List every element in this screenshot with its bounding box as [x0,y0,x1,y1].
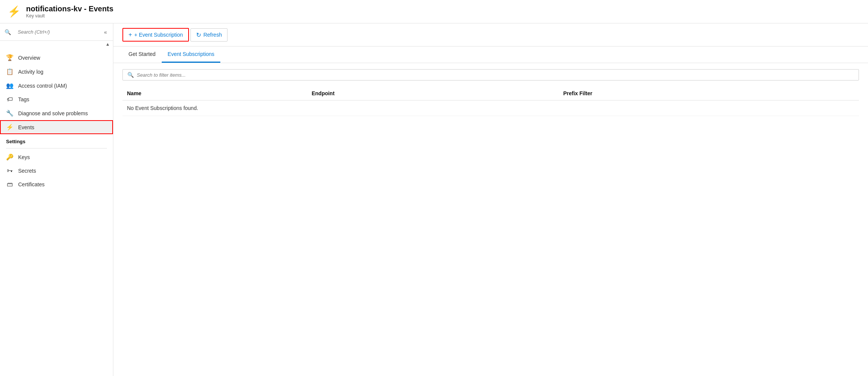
refresh-label: Refresh [203,32,222,38]
overview-icon: 🏆 [6,54,14,61]
sidebar-search-container: 🔍 « [0,23,113,41]
plus-icon: + [128,31,132,38]
header-text: notifications-kv - Events Key vault [26,5,113,19]
sidebar-item-diagnose[interactable]: 🔧 Diagnose and solve problems [0,106,113,120]
sidebar-item-events[interactable]: ⚡ Events [0,120,113,134]
certificates-icon: 🗃 [6,181,14,188]
filter-search-container: 🔍 [122,69,859,80]
keys-icon: 🔑 [6,153,14,161]
sidebar-item-label: Overview [18,55,40,61]
diagnose-icon: 🔧 [6,110,14,117]
sidebar-navigation: 🏆 Overview 📋 Activity log 👥 Access contr… [0,48,113,376]
sidebar: 🔍 « ▲ 🏆 Overview 📋 Activity log 👥 Access… [0,23,113,376]
main-layout: 🔍 « ▲ 🏆 Overview 📋 Activity log 👥 Access… [0,23,868,376]
content-area: + + Event Subscription ↻ Refresh Get Sta… [113,23,868,376]
col-prefix-filter: Prefix Filter [559,87,859,101]
page-header: ⚡ notifications-kv - Events Key vault [0,0,868,23]
sidebar-item-label: Keys [18,154,30,160]
sidebar-item-tags[interactable]: 🏷 Tags [0,93,113,106]
collapse-sidebar-button[interactable]: « [102,28,108,37]
page-title: notifications-kv - Events [26,5,113,13]
key-vault-icon: ⚡ [8,5,21,18]
access-control-icon: 👥 [6,82,14,89]
sidebar-item-certificates[interactable]: 🗃 Certificates [0,178,113,191]
tabs-container: Get Started Event Subscriptions [113,46,868,63]
sidebar-item-keys[interactable]: 🔑 Keys [0,150,113,164]
sidebar-search-input[interactable] [14,27,99,37]
activity-log-icon: 📋 [6,68,14,75]
empty-message: No Event Subscriptions found. [122,101,859,116]
resource-type: Key vault [26,13,113,19]
events-icon: ⚡ [6,124,14,131]
event-subscription-button[interactable]: + + Event Subscription [122,28,189,42]
sidebar-item-label: Certificates [18,181,45,187]
sidebar-item-access-control[interactable]: 👥 Access control (IAM) [0,79,113,93]
scroll-up-icon[interactable]: ▲ [105,42,110,47]
tab-event-subscriptions[interactable]: Event Subscriptions [162,46,221,63]
filter-search-icon: 🔍 [127,72,134,78]
sidebar-item-label: Secrets [18,168,36,174]
sidebar-item-label: Tags [18,96,29,102]
search-icon: 🔍 [5,29,11,35]
sidebar-item-secrets[interactable]: 🗝 Secrets [0,164,113,178]
col-name: Name [122,87,307,101]
secrets-icon: 🗝 [6,167,14,174]
toolbar: + + Event Subscription ↻ Refresh [113,23,868,46]
tab-get-started[interactable]: Get Started [122,46,162,63]
settings-section-header: Settings [0,134,113,147]
sidebar-item-label: Access control (IAM) [18,83,67,89]
event-subscription-label: + Event Subscription [134,32,183,38]
filter-search-input[interactable] [137,72,854,78]
tab-label: Get Started [128,51,156,57]
tags-icon: 🏷 [6,96,14,103]
sidebar-item-label: Activity log [18,69,43,75]
table-header-row: Name Endpoint Prefix Filter [122,87,859,101]
sidebar-item-label: Diagnose and solve problems [18,110,88,116]
section-divider [6,148,107,149]
event-subscriptions-table: Name Endpoint Prefix Filter No Event Sub… [122,87,859,116]
sidebar-item-label: Events [18,124,34,130]
col-endpoint: Endpoint [307,87,559,101]
sidebar-item-overview[interactable]: 🏆 Overview [0,51,113,65]
refresh-icon: ↻ [196,31,201,39]
tab-label: Event Subscriptions [168,51,215,57]
refresh-button[interactable]: ↻ Refresh [190,28,227,42]
table-empty-row: No Event Subscriptions found. [122,101,859,116]
sidebar-item-activity-log[interactable]: 📋 Activity log [0,65,113,79]
tab-content-event-subscriptions: 🔍 Name Endpoint Prefix Filter No Event S… [113,63,868,376]
